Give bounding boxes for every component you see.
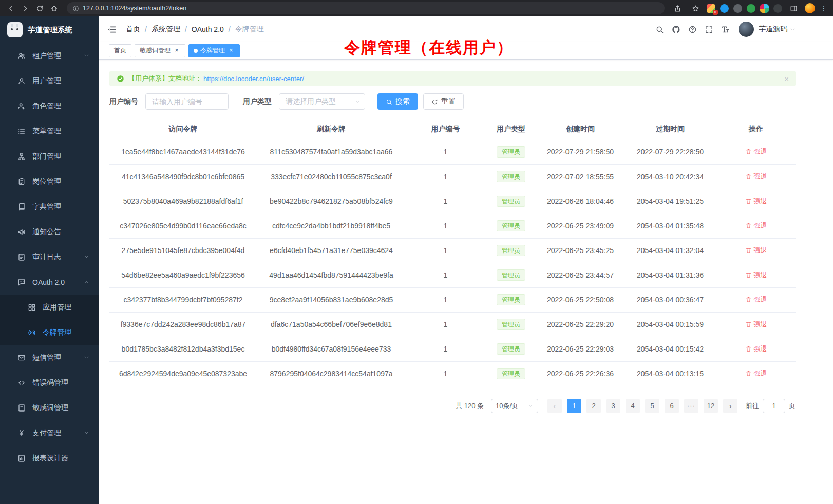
browser-reload-button[interactable] xyxy=(33,2,46,15)
breadcrumb-item-0[interactable]: 首页 xyxy=(126,25,140,34)
refresh-token-cell: 8796295f04064c2983414cc54af1097a xyxy=(257,361,406,386)
force-logout-button[interactable]: 强退 xyxy=(745,246,767,255)
app-logo-row[interactable]: 芋道管理系统 xyxy=(0,16,99,43)
access-token-cell: c347026e805e4d99b0d116eae66eda8c xyxy=(109,214,257,238)
browser-home-button[interactable] xyxy=(47,2,61,15)
alert-text: 【用户体系】文档地址： xyxy=(128,74,202,83)
search-icon[interactable] xyxy=(651,21,668,37)
sidebar-item-10[interactable]: 应用管理 xyxy=(0,295,99,320)
goto-page-input[interactable] xyxy=(763,399,785,413)
next-page-button[interactable]: › xyxy=(723,399,737,413)
force-logout-button[interactable]: 强退 xyxy=(745,344,767,354)
browser-profile-avatar[interactable] xyxy=(805,3,815,13)
bookmark-star-icon[interactable] xyxy=(689,2,702,15)
sidebar-item-12[interactable]: 短信管理 xyxy=(0,345,99,370)
browser-forward-button[interactable] xyxy=(18,2,32,15)
sidebar-toggle-icon[interactable] xyxy=(107,25,117,34)
tab-0[interactable]: 首页 xyxy=(109,44,131,57)
extension-icon-2[interactable] xyxy=(720,4,729,13)
breadcrumb-item-2[interactable]: OAuth 2.0 xyxy=(192,25,224,33)
side-panel-icon[interactable] xyxy=(787,2,800,15)
extension-icon-3[interactable] xyxy=(733,4,742,13)
sidebar-item-0[interactable]: 租户管理 xyxy=(0,43,99,68)
force-logout-button[interactable]: 强退 xyxy=(745,221,767,230)
user-avatar[interactable] xyxy=(739,22,754,37)
force-logout-button[interactable]: 强退 xyxy=(745,369,767,378)
browser-menu-icon[interactable]: ⋮ xyxy=(820,2,828,15)
address-bar[interactable]: 127.0.0.1:1024/system/oauth2/token xyxy=(67,2,665,14)
user-type-cell: 管理员 xyxy=(485,214,537,238)
tab-close-icon[interactable]: × xyxy=(173,47,180,54)
tab-2[interactable]: 令牌管理× xyxy=(188,44,240,57)
sidebar-item-16[interactable]: 报表设计器 xyxy=(0,445,99,471)
extension-icon-4[interactable] xyxy=(747,4,755,13)
trash-icon xyxy=(745,272,752,278)
sidebar-item-11[interactable]: 令牌管理 xyxy=(0,320,99,345)
font-size-icon[interactable] xyxy=(717,21,733,37)
created-at-cell: 2022-06-25 22:29:20 xyxy=(537,312,624,337)
page-button-6[interactable]: 6 xyxy=(665,399,679,413)
column-header-1: 刷新令牌 xyxy=(257,119,406,140)
user-type-select[interactable]: 请选择用户类型 xyxy=(279,93,365,110)
page-button-4[interactable]: 4 xyxy=(626,399,640,413)
page-button-1[interactable]: 1 xyxy=(567,399,581,413)
page-size-value: 10条/页 xyxy=(496,401,518,411)
extension-icon-1[interactable]: 0 xyxy=(707,4,715,13)
username[interactable]: 芋道源码 xyxy=(759,25,787,34)
sidebar-item-label: 应用管理 xyxy=(43,303,71,312)
tab-1[interactable]: 敏感词管理× xyxy=(135,44,185,57)
sidebar-item-14[interactable]: 敏感词管理 xyxy=(0,395,99,420)
page-size-select[interactable]: 10条/页 xyxy=(491,399,538,413)
prev-page-button[interactable]: ‹ xyxy=(547,399,562,413)
user-type-cell: 管理员 xyxy=(485,263,537,287)
role-icon xyxy=(17,102,26,110)
sidebar-item-15[interactable]: 支付管理 xyxy=(0,420,99,445)
sidebar-item-13[interactable]: 错误码管理 xyxy=(0,370,99,395)
force-logout-button[interactable]: 强退 xyxy=(745,172,767,181)
force-logout-button[interactable]: 强退 xyxy=(745,147,767,157)
page-button-2[interactable]: 2 xyxy=(586,399,601,413)
sidebar-item-1[interactable]: 用户管理 xyxy=(0,68,99,93)
refresh-token-cell: dfa6c71a50a54c66bef706ef9e6e8d81 xyxy=(257,312,406,337)
table-row-2: 502375b8040a469a9b82188afdf6af1fbe90422b… xyxy=(109,189,796,214)
sidebar-item-4[interactable]: 部门管理 xyxy=(0,144,99,169)
user-id-input[interactable] xyxy=(145,93,229,110)
doc-link[interactable]: https://doc.iocoder.cn/user-center/ xyxy=(203,75,304,83)
page-ellipsis[interactable]: ··· xyxy=(684,399,698,413)
sidebar-item-2[interactable]: 角色管理 xyxy=(0,93,99,119)
sidebar-item-9[interactable]: OAuth 2.0 xyxy=(0,269,99,295)
page-button-5[interactable]: 5 xyxy=(645,399,659,413)
help-icon[interactable] xyxy=(684,21,701,37)
expires-at-cell: 2054-03-04 19:51:25 xyxy=(624,189,716,214)
force-logout-button[interactable]: 强退 xyxy=(745,320,767,329)
sensitive-book-icon xyxy=(17,404,26,412)
fullscreen-icon[interactable] xyxy=(701,21,717,37)
github-icon[interactable] xyxy=(668,21,684,37)
breadcrumb-item-3: 令牌管理 xyxy=(235,25,264,34)
force-logout-button[interactable]: 强退 xyxy=(745,295,767,304)
sidebar-item-7[interactable]: 通知公告 xyxy=(0,219,99,244)
reset-button[interactable]: 重置 xyxy=(423,93,464,110)
page-button-12[interactable]: 12 xyxy=(704,399,718,413)
extension-icon-6[interactable] xyxy=(773,4,782,13)
created-at-cell: 2022-06-25 22:26:36 xyxy=(537,361,624,386)
site-info-icon[interactable] xyxy=(72,5,79,12)
sidebar-item-8[interactable]: 审计日志 xyxy=(0,244,99,269)
alert-close-icon[interactable]: × xyxy=(784,75,789,83)
share-icon[interactable] xyxy=(671,2,684,15)
page-button-3[interactable]: 3 xyxy=(606,399,620,413)
user-type-tag: 管理员 xyxy=(497,343,525,355)
force-logout-button[interactable]: 强退 xyxy=(745,270,767,280)
sidebar-item-5[interactable]: 岗位管理 xyxy=(0,169,99,194)
sidebar-item-6[interactable]: 字典管理 xyxy=(0,194,99,219)
extension-icon-5[interactable] xyxy=(760,4,769,13)
force-logout-button[interactable]: 强退 xyxy=(745,197,767,206)
sidebar-item-3[interactable]: 菜单管理 xyxy=(0,119,99,144)
breadcrumb-item-1[interactable]: 系统管理 xyxy=(152,25,180,34)
tab-close-icon[interactable]: × xyxy=(228,47,235,54)
action-cell: 强退 xyxy=(716,287,796,312)
search-button[interactable]: 搜索 xyxy=(377,93,418,110)
browser-back-button[interactable] xyxy=(4,2,17,15)
created-at-cell: 2022-06-25 23:49:09 xyxy=(537,214,624,238)
refresh-token-cell: cdfc4ce9c2da4bb1bdf21b9918ff4be5 xyxy=(257,214,406,238)
